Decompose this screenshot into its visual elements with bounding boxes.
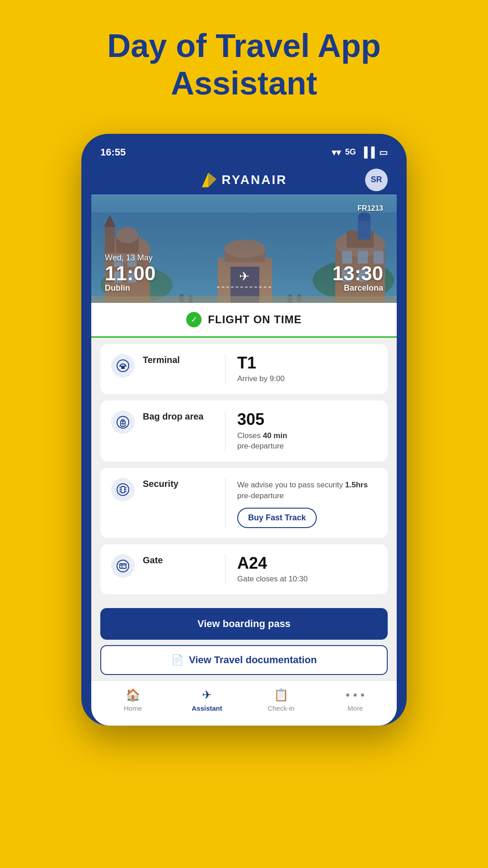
gate-value: A24 bbox=[237, 554, 377, 572]
bag-drop-value: 305 bbox=[237, 410, 377, 429]
app-header: RYANAIR SR bbox=[91, 165, 397, 194]
nav-assistant-label: Assistant bbox=[192, 704, 222, 712]
security-card: Security We advise you to pass security … bbox=[100, 468, 388, 538]
status-icons: ▾▾ 5G ▐▐ ▭ bbox=[332, 146, 388, 158]
nav-more-label: More bbox=[347, 704, 363, 712]
flight-date: Wed, 13 May bbox=[105, 253, 383, 263]
terminal-value-block: T1 Arrive by 9:00 bbox=[235, 354, 377, 384]
departure-city: Dublin bbox=[105, 283, 156, 293]
assistant-icon: ✈ bbox=[202, 688, 212, 702]
gate-value-block: A24 Gate closes at 10:30 bbox=[235, 554, 377, 585]
wifi-icon: ▾▾ bbox=[332, 147, 341, 158]
flight-hero-banner: Wed, 13 May 11:00 Dublin ✈ 13:30 Barcelo… bbox=[91, 194, 397, 303]
arrival-block: 13:30 Barcelona bbox=[332, 264, 383, 293]
travel-doc-button[interactable]: 📄 View Travel documentation bbox=[100, 645, 388, 675]
terminal-value: T1 bbox=[237, 354, 377, 372]
terminal-sub-value: Arrive by 9:00 bbox=[237, 373, 377, 384]
card-divider-2 bbox=[225, 410, 225, 452]
arrival-time: 13:30 bbox=[332, 264, 383, 283]
nav-home-label: Home bbox=[124, 704, 142, 712]
flight-info-overlay: Wed, 13 May 11:00 Dublin ✈ 13:30 Barcelo… bbox=[91, 194, 397, 303]
flight-direction-icon: ✈ bbox=[217, 269, 271, 288]
gate-card: Gate A24 Gate closes at 10:30 bbox=[100, 544, 388, 594]
screen-content: RYANAIR SR bbox=[91, 165, 397, 726]
bottom-nav: 🏠 Home ✈ Assistant 📋 Check-in • • • More bbox=[91, 680, 397, 726]
nav-assistant[interactable]: ✈ Assistant bbox=[189, 688, 225, 712]
bag-drop-card: Bag drop area 305 Closes 40 minpre-depar… bbox=[100, 401, 388, 462]
status-bar: 16:55 ▾▾ 5G ▐▐ ▭ bbox=[91, 146, 397, 165]
battery-icon: ▭ bbox=[379, 147, 388, 158]
flight-number: FR1213 bbox=[357, 204, 383, 212]
signal-bars-icon: ▐▐ bbox=[361, 146, 375, 158]
page-title: Day of Travel App Assistant bbox=[71, 27, 417, 102]
bag-drop-icon-circle bbox=[111, 410, 135, 434]
security-icon-circle bbox=[111, 478, 135, 501]
gate-label: Gate bbox=[143, 554, 215, 566]
bag-drop-icon bbox=[117, 416, 129, 429]
terminal-icon bbox=[117, 359, 129, 372]
ryanair-harp-icon bbox=[201, 172, 217, 188]
departure-time: 11:00 bbox=[105, 264, 156, 283]
gate-icon-circle bbox=[111, 554, 135, 578]
security-label: Security bbox=[143, 478, 215, 489]
travel-doc-icon: 📄 bbox=[171, 654, 183, 666]
svg-marker-1 bbox=[208, 172, 216, 187]
boarding-pass-button[interactable]: View boarding pass bbox=[100, 608, 388, 640]
nav-home[interactable]: 🏠 Home bbox=[115, 688, 151, 712]
security-sub-value: We advise you to pass security 1.5hrs pr… bbox=[237, 480, 377, 501]
svg-rect-37 bbox=[121, 367, 125, 369]
terminal-card: Terminal T1 Arrive by 9:00 bbox=[100, 344, 388, 394]
more-icon: • • • bbox=[346, 688, 365, 702]
bottom-buttons-container: View boarding pass 📄 View Travel documen… bbox=[91, 601, 397, 680]
svg-marker-0 bbox=[202, 172, 208, 187]
terminal-label: Terminal bbox=[143, 354, 215, 365]
status-time: 16:55 bbox=[100, 146, 126, 158]
status-check-icon: ✓ bbox=[186, 312, 202, 327]
nav-checkin[interactable]: 📋 Check-in bbox=[263, 688, 299, 712]
nav-checkin-label: Check-in bbox=[267, 704, 294, 712]
home-icon: 🏠 bbox=[126, 688, 140, 702]
card-divider-4 bbox=[225, 554, 225, 585]
flight-status-banner: ✓ FLIGHT ON TIME bbox=[91, 303, 397, 338]
departure-block: 11:00 Dublin bbox=[105, 264, 156, 293]
card-divider-3 bbox=[225, 478, 225, 528]
arrival-city: Barcelona bbox=[332, 283, 383, 293]
svg-rect-36 bbox=[119, 366, 127, 367]
svg-point-51 bbox=[117, 560, 129, 572]
5g-icon: 5G bbox=[345, 147, 356, 157]
travel-doc-label: View Travel documentation bbox=[189, 654, 317, 666]
gate-sub-value: Gate closes at 10:30 bbox=[237, 574, 377, 585]
svg-point-43 bbox=[117, 484, 129, 495]
user-avatar[interactable]: SR bbox=[365, 169, 388, 191]
nav-more[interactable]: • • • More bbox=[337, 688, 373, 712]
ryanair-wordmark: RYANAIR bbox=[222, 173, 287, 187]
security-value-block: We advise you to pass security 1.5hrs pr… bbox=[235, 478, 377, 528]
gate-icon bbox=[117, 560, 129, 572]
checkin-icon: 📋 bbox=[274, 688, 288, 702]
flight-status-text: FLIGHT ON TIME bbox=[208, 313, 301, 326]
ryanair-logo: RYANAIR bbox=[201, 172, 287, 188]
bag-drop-sub-value: Closes 40 minpre-departure bbox=[237, 430, 377, 452]
card-divider bbox=[225, 354, 225, 384]
info-cards-container: Terminal T1 Arrive by 9:00 bbox=[91, 338, 397, 601]
terminal-icon-circle bbox=[111, 354, 135, 377]
security-icon bbox=[117, 483, 129, 496]
phone-mockup: 16:55 ▾▾ 5G ▐▐ ▭ RYANAIR SR bbox=[81, 134, 407, 726]
buy-fast-track-button[interactable]: Buy Fast Track bbox=[237, 508, 317, 528]
bag-drop-label: Bag drop area bbox=[143, 410, 215, 422]
flight-route-row: 11:00 Dublin ✈ 13:30 Barcelona bbox=[105, 264, 383, 293]
bag-drop-value-block: 305 Closes 40 minpre-departure bbox=[235, 410, 377, 452]
